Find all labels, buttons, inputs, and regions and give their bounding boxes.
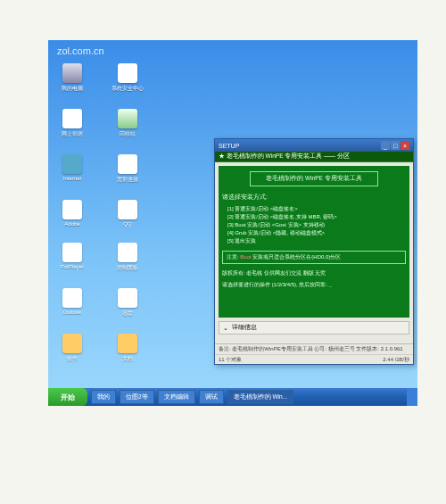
- icon-label: 宽带连接: [117, 176, 138, 184]
- desktop-icon-broadband[interactable]: 宽带连接: [112, 154, 143, 184]
- status-speed: 2.44 GB/秒: [383, 356, 409, 363]
- icon-label: PotPlayer: [61, 264, 84, 269]
- desktop-icon-potplayer[interactable]: PotPlayer: [57, 243, 87, 272]
- thunder-icon: [118, 288, 137, 308]
- desktop-icon-recycle-bin[interactable]: 回收站: [112, 109, 143, 138]
- details-toggle[interactable]: ⌄ 详细信息: [219, 321, 409, 335]
- panel-title: 老毛桃制作的 WinPE 专用安装工具: [250, 171, 378, 186]
- desktop-icon-internet-explorer[interactable]: Internet: [57, 154, 87, 184]
- taskbar-items: 我的位图2等文档编辑调试老毛桃制作的 Win...: [87, 390, 293, 404]
- system-tray[interactable]: [407, 388, 417, 406]
- icon-label: 回收站: [120, 130, 136, 138]
- icon-label: 文档: [122, 355, 133, 363]
- desktop-icon-control-panel[interactable]: 控制面板: [112, 243, 143, 272]
- desktop-icon-outlook[interactable]: Outlook: [57, 288, 87, 318]
- internet-explorer-icon: [62, 154, 82, 174]
- note-box: 注意: Boot 安装项只适合系统分区在(HD0,0)分区: [222, 251, 406, 264]
- icon-label: Internet: [63, 176, 81, 181]
- recycle-bin-icon: [118, 109, 137, 128]
- cursor-icon: _: [329, 282, 332, 287]
- install-option-5[interactable]: [5] 退出安装: [227, 237, 406, 245]
- taskbar-item-0[interactable]: 我的: [91, 390, 116, 404]
- minimize-button[interactable]: _: [381, 141, 390, 150]
- potplayer-icon: [62, 243, 82, 262]
- status-objects: 11 个对象: [219, 356, 242, 363]
- control-panel-icon: [118, 243, 137, 262]
- installer-panel: 老毛桃制作的 WinPE 专用安装工具 请选择安装方式: [1] 普通安装/启动…: [219, 166, 409, 318]
- install-option-3[interactable]: [3] Boot 安装/启动 <Gost 安装> 支持移动: [227, 221, 406, 229]
- desktop-icon-network-places[interactable]: 网上邻居: [57, 109, 87, 138]
- taskbar: 开始 我的位图2等文档编辑调试老毛桃制作的 Win...: [48, 388, 417, 406]
- window-title: SETUP: [219, 143, 380, 149]
- window-statusbar-1: 备注: 老毛桃制作的WinPE专用安装工具 公司: 杨州老三号 文件版本: 2.…: [215, 343, 413, 353]
- icon-label: Outlook: [63, 310, 82, 315]
- taskbar-item-2[interactable]: 文档编辑: [158, 390, 195, 404]
- install-option-1[interactable]: [1] 普通安装/启动 <磁盘签名>: [227, 205, 406, 213]
- window-statusbar-2: 11 个对象 2.44 GB/秒: [215, 354, 413, 364]
- install-option-4[interactable]: [4] Grub 安装/启动 <隐藏, 移动磁盘模式>: [227, 229, 406, 237]
- close-button[interactable]: ×: [401, 141, 409, 150]
- adobe-icon: [62, 200, 82, 219]
- status-text-1: 备注: 老毛桃制作的WinPE专用安装工具 公司: 杨州老三号 文件版本: 2.…: [219, 345, 409, 352]
- software-icon: [62, 334, 82, 353]
- desktop-icon-qq[interactable]: QQ: [112, 200, 143, 227]
- desktop-icon-software[interactable]: 软件: [57, 334, 87, 363]
- desktop-screen: zol.com.cn 我的电脑系统安全中心网上邻居回收站Internet宽带连接…: [48, 40, 417, 406]
- note-highlight: Boot: [240, 254, 251, 260]
- start-button[interactable]: 开始: [48, 388, 87, 406]
- broadband-icon: [118, 154, 137, 174]
- desktop-icon-adobe[interactable]: Adobe: [57, 200, 87, 227]
- security-center-icon: [118, 63, 137, 83]
- icon-label: 网上邻居: [62, 130, 83, 138]
- documents-icon: [118, 334, 137, 353]
- taskbar-item-4[interactable]: 老毛桃制作的 Win...: [227, 390, 293, 404]
- desktop-icons-area: 我的电脑系统安全中心网上邻居回收站Internet宽带连接AdobeQQPotP…: [57, 63, 143, 363]
- maximize-button[interactable]: □: [391, 141, 400, 150]
- note-label: 注意:: [227, 254, 239, 260]
- network-places-icon: [62, 109, 82, 128]
- taskbar-item-1[interactable]: 位图2等: [120, 390, 154, 404]
- icon-label: QQ: [123, 221, 131, 227]
- installer-window: SETUP _ □ × ★ 老毛桃制作的 WinPE 专用安装工具 —— 分区 …: [214, 138, 414, 365]
- prompt-line: 请选择要进行的操作 (1/2/3/4/5), 然后按回车: _: [222, 281, 406, 289]
- icon-label: 软件: [67, 355, 78, 363]
- note-text: 安装项只适合系统分区在(HD0,0)分区: [252, 254, 341, 260]
- details-label: 详细信息: [232, 324, 257, 332]
- copyright-line: 版权所有: 老毛桃 仅供网友们交流 翻版 无究: [222, 269, 406, 277]
- desktop-icon-thunder[interactable]: 迅雷: [112, 288, 143, 318]
- panel-subtitle: 请选择安装方式:: [222, 194, 406, 202]
- desktop-icon-my-computer[interactable]: 我的电脑: [57, 63, 87, 93]
- icon-label: Adobe: [64, 221, 79, 227]
- outlook-icon: [62, 288, 82, 308]
- install-options-list: [1] 普通安装/启动 <磁盘签名>[2] 普通安装/启动 <磁盘签名,支持 M…: [227, 205, 406, 245]
- icon-label: 系统安全中心: [112, 85, 144, 93]
- icon-label: 我的电脑: [62, 85, 83, 93]
- qq-icon: [118, 200, 137, 219]
- icon-label: 迅雷: [122, 310, 133, 318]
- desktop-icon-documents[interactable]: 文档: [112, 334, 143, 363]
- inner-titlebar: ★ 老毛桃制作的 WinPE 专用安装工具 —— 分区: [215, 152, 413, 162]
- prompt-text: 请选择要进行的操作 (1/2/3/4/5), 然后按回车:: [222, 282, 327, 287]
- my-computer-icon: [62, 63, 82, 83]
- install-option-2[interactable]: [2] 普通安装/启动 <磁盘签名,支持 MBR, 密码>: [227, 213, 406, 221]
- taskbar-item-3[interactable]: 调试: [199, 390, 224, 404]
- window-titlebar[interactable]: SETUP _ □ ×: [215, 139, 413, 152]
- watermark-text: zol.com.cn: [57, 45, 104, 56]
- icon-label: 控制面板: [117, 264, 138, 272]
- chevron-down-icon: ⌄: [223, 325, 228, 332]
- desktop-icon-security-center[interactable]: 系统安全中心: [112, 63, 143, 93]
